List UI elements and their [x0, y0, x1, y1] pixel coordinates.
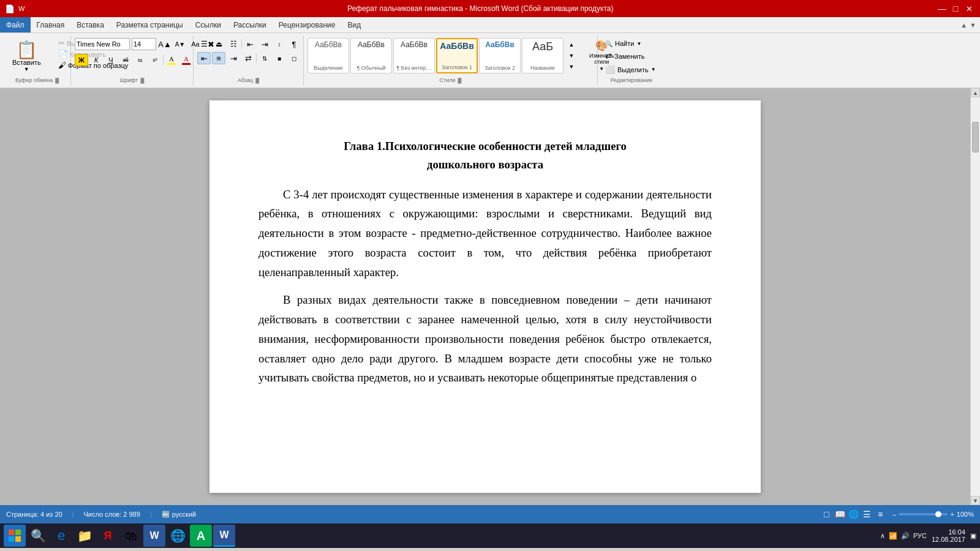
replace-button[interactable]: ⇄ Заменить [601, 50, 648, 62]
decrease-indent-button[interactable]: ⇤ [243, 38, 257, 50]
styles-scroll-down[interactable]: ▼ [565, 50, 578, 61]
scroll-thumb[interactable] [972, 122, 979, 152]
font-shrink-button[interactable]: A▼ [173, 38, 187, 50]
increase-indent-button[interactable]: ⇥ [258, 38, 271, 50]
italic-button[interactable]: К [89, 54, 103, 66]
shading-button[interactable]: ■ [273, 52, 286, 64]
style-highlighted[interactable]: АаБбВв Выделение [307, 38, 349, 73]
outline-view[interactable]: ☰ [861, 508, 873, 520]
menu-mailings[interactable]: Рассылки [227, 17, 273, 32]
font-color-button[interactable]: А [179, 54, 193, 66]
taskbar-clock[interactable]: 16:04 12.08.2017 [932, 528, 965, 543]
zoom-in-button[interactable]: + [950, 511, 954, 518]
replace-icon: ⇄ [605, 51, 612, 61]
zoom-out-button[interactable]: – [892, 511, 896, 518]
style-no-spacing[interactable]: АаБбВв ¶ Без интер… [393, 38, 435, 73]
edge-icon[interactable]: e [50, 525, 72, 547]
align-right-button[interactable]: ⇥ [227, 52, 240, 64]
menu-view[interactable]: Вид [341, 17, 367, 32]
scroll-down-arrow[interactable]: ▼ [971, 496, 980, 505]
line-spacing-button[interactable]: ⇅ [258, 52, 271, 64]
svg-rect-0 [9, 530, 14, 535]
select-icon: ⬜ [605, 65, 615, 74]
text-highlight-button[interactable]: А [165, 54, 178, 66]
paragraph-expand-icon[interactable]: ▓ [255, 78, 259, 83]
view-buttons: □ 📖 🌐 ☰ ≡ [820, 508, 886, 520]
notification-button[interactable]: ▣ [970, 532, 976, 540]
align-left-button[interactable]: ⇤ [197, 52, 211, 64]
minimize-button[interactable]: — [936, 2, 948, 15]
scroll-up-arrow[interactable]: ▲ [971, 88, 980, 97]
explorer-icon[interactable]: 📁 [74, 525, 96, 547]
word-active-icon[interactable]: W [213, 525, 235, 547]
taskbar: 🔍 e 📁 Я 🛍 W 🌐 A W ∧ 📶 🔊 РУС 16:04 12.08.… [0, 523, 980, 548]
justify-button[interactable]: ⇄ [241, 52, 255, 64]
menu-page-layout[interactable]: Разметка страницы [110, 17, 189, 32]
font-size-input[interactable] [132, 38, 156, 50]
word-taskbar-icon[interactable]: W [143, 525, 165, 547]
style-title[interactable]: АаБ Название [522, 38, 564, 73]
svg-rect-1 [15, 530, 21, 535]
font-expand-icon[interactable]: ▓ [140, 78, 144, 83]
lang-indicator[interactable]: РУС [913, 532, 927, 539]
language-icon: 🔤 [162, 511, 170, 518]
format-copy-icon: 🖌 [58, 61, 66, 70]
show-marks-button[interactable]: ¶ [287, 38, 301, 50]
superscript-button[interactable]: х² [148, 54, 162, 66]
font-grow-button[interactable]: A▲ [158, 38, 172, 50]
language-status[interactable]: 🔤 русский [162, 511, 197, 519]
strikethrough-button[interactable]: зб [119, 54, 132, 66]
title-bar: 📄 W Реферат пальчиковая гимнастика - Mic… [0, 0, 980, 17]
menu-home[interactable]: Главная [31, 17, 71, 32]
menu-references[interactable]: Ссылки [189, 17, 227, 32]
styles-scroll-up[interactable]: ▲ [565, 39, 578, 50]
zoom-slider[interactable] [899, 513, 948, 515]
start-button[interactable] [4, 525, 26, 547]
status-right: □ 📖 🌐 ☰ ≡ – + 100% [820, 508, 974, 520]
styles-more[interactable]: ▼ [565, 61, 578, 72]
menu-review[interactable]: Рецензирование [273, 17, 342, 32]
borders-button[interactable]: ◻ [287, 52, 301, 64]
styles-expand-icon[interactable]: ▓ [458, 78, 462, 83]
underline-button[interactable]: Ч [104, 54, 118, 66]
print-layout-view[interactable]: □ [820, 508, 832, 520]
title-bar-title: Реферат пальчиковая гимнастика - Microso… [24, 4, 936, 13]
search-taskbar-button[interactable]: 🔍 [27, 525, 49, 547]
style-normal[interactable]: АаБбВв ¶ Обычный [350, 38, 392, 73]
select-button[interactable]: ⬜ Выделить ▼ [601, 63, 660, 76]
editing-group: 🔍 Найти ▼ ⇄ Заменить ⬜ Выделить ▼ Редакт… [598, 36, 665, 86]
yandex-icon[interactable]: Я [97, 525, 119, 547]
network-icon[interactable]: 📶 [889, 532, 897, 540]
reading-view[interactable]: 📖 [834, 508, 846, 520]
draft-view[interactable]: ≡ [874, 508, 886, 520]
web-layout-view[interactable]: 🌐 [847, 508, 859, 520]
multilevel-button[interactable]: ☷ [227, 38, 240, 50]
collapse-icon: ▼ [970, 21, 976, 29]
paragraph-1: С 3-4 лет происходят существенные измене… [258, 185, 712, 282]
maximize-button[interactable]: □ [949, 2, 962, 15]
bold-button[interactable]: Ж [75, 54, 88, 66]
insert-button[interactable]: 📋 Вставить ▼ [7, 38, 46, 76]
style-heading1[interactable]: АаБбВв Заголовок 1 [436, 38, 478, 73]
store-icon[interactable]: 🛍 [120, 525, 142, 547]
menu-insert[interactable]: Вставка [70, 17, 110, 32]
menu-file[interactable]: Файл [0, 17, 31, 32]
scrollbar-vertical[interactable]: ▲ ▼ [970, 88, 980, 505]
svg-rect-3 [15, 536, 21, 542]
bullets-button[interactable]: ☰ [197, 38, 211, 50]
font-name-input[interactable] [75, 38, 130, 50]
subscript-button[interactable]: х₂ [134, 54, 147, 66]
style-heading2[interactable]: АаБбВв Заголовок 2 [479, 38, 521, 73]
align-center-button[interactable]: ≡ [212, 52, 225, 64]
numbering-button[interactable]: ⏏ [212, 38, 225, 50]
zoom-thumb[interactable] [935, 511, 941, 517]
up-arrow-icon[interactable]: ∧ [880, 532, 885, 540]
volume-icon[interactable]: 🔊 [901, 532, 910, 540]
document-page: Глава 1.Психологические особенности дете… [209, 100, 761, 493]
clipboard-expand-icon[interactable]: ▓ [55, 78, 59, 83]
sort-button[interactable]: ↕ [273, 38, 286, 50]
chrome-icon[interactable]: 🌐 [167, 525, 189, 547]
close-button[interactable]: ✕ [963, 2, 975, 15]
find-button[interactable]: 🔍 Найти ▼ [601, 38, 645, 49]
app-a-icon[interactable]: A [190, 525, 212, 547]
